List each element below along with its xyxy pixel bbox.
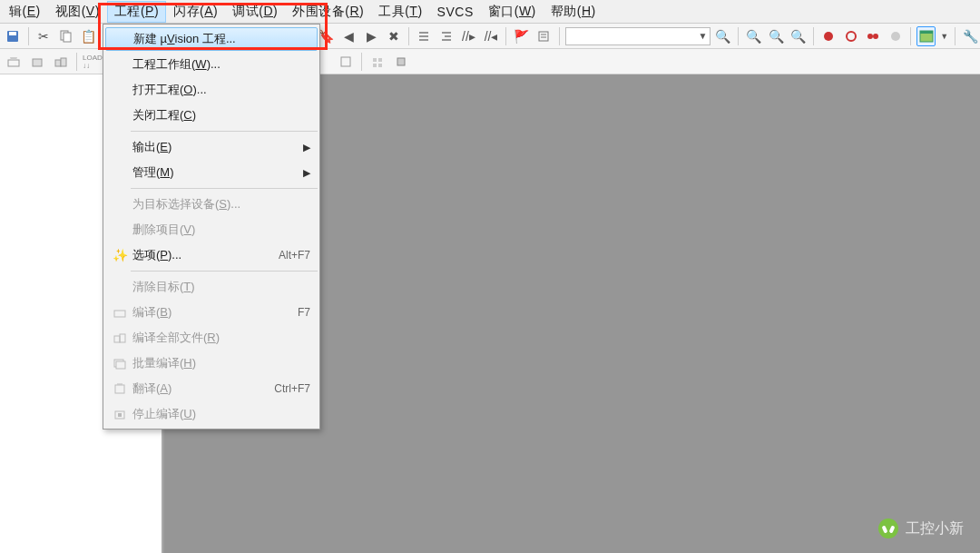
project-window-icon[interactable] xyxy=(916,26,936,46)
menu-svcs[interactable]: SVCS xyxy=(430,2,481,22)
menu-build[interactable]: 编译(B) F7 xyxy=(103,300,319,325)
menu-open-project[interactable]: 打开工程(O)... xyxy=(103,77,319,103)
manage-icon[interactable] xyxy=(368,52,387,72)
config-icon[interactable] xyxy=(534,26,554,46)
svg-rect-15 xyxy=(61,58,66,66)
menu-tools[interactable]: 工具(T) xyxy=(371,1,429,23)
wand-icon: ✨ xyxy=(107,248,132,262)
submenu-arrow-icon: ▶ xyxy=(303,142,310,153)
menu-manage[interactable]: 管理(M) ▶ xyxy=(103,160,319,185)
menu-remove-item[interactable]: 删除项目(V) xyxy=(103,217,319,242)
svg-rect-19 xyxy=(373,64,377,67)
svg-point-9 xyxy=(891,32,900,41)
build-icon[interactable] xyxy=(27,52,47,72)
svg-rect-3 xyxy=(64,33,71,42)
menu-help[interactable]: 帮助(H) xyxy=(544,1,603,23)
menu-clean-target[interactable]: 清除目标(T) xyxy=(103,274,319,300)
menu-debug[interactable]: 调试(D) xyxy=(225,1,285,23)
menu-edit[interactable]: 辑(E) xyxy=(2,1,48,23)
watermark-text: 工控小新 xyxy=(906,519,964,538)
stop-icon xyxy=(107,408,132,420)
wechat-icon xyxy=(878,518,898,538)
menu-window[interactable]: 窗口(W) xyxy=(481,1,544,23)
chevron-down-icon: ▼ xyxy=(699,31,708,41)
indent-left-icon[interactable] xyxy=(415,26,434,46)
menu-new-uvision-project[interactable]: 新建 µVision 工程... xyxy=(105,27,318,51)
breakpoint-icon[interactable] xyxy=(842,26,861,46)
menu-separator xyxy=(131,271,318,272)
load-icon[interactable]: LOAD↓↓ xyxy=(83,52,103,72)
menu-rebuild-all[interactable]: 编译全部文件(R) xyxy=(103,325,319,351)
svg-rect-21 xyxy=(397,58,405,65)
menu-batch-build[interactable]: 批量编译(H) xyxy=(103,351,319,376)
bookmark-clear-icon[interactable]: ✖ xyxy=(384,26,403,46)
zoom-in-icon[interactable]: 🔍 xyxy=(744,26,763,46)
components-icon[interactable] xyxy=(391,52,411,72)
breakpoints-icon[interactable] xyxy=(864,26,883,46)
comment-icon[interactable]: //▸ xyxy=(459,26,478,46)
wrench-icon[interactable]: 🔧 xyxy=(961,26,980,46)
find-icon[interactable]: 🚩 xyxy=(512,26,531,46)
zoom-reset-icon[interactable]: 🔍 xyxy=(789,26,808,46)
menu-view[interactable]: 视图(V) xyxy=(48,1,107,23)
copy-icon[interactable] xyxy=(56,26,75,46)
save-icon[interactable] xyxy=(4,26,23,46)
translate-icon xyxy=(107,382,132,395)
build-icon xyxy=(107,306,132,319)
separator xyxy=(813,27,814,45)
debug-icon[interactable] xyxy=(819,26,838,46)
indent-right-icon[interactable] xyxy=(437,26,456,46)
menu-project-workspace[interactable]: 工程工作组(W)... xyxy=(103,52,319,77)
menu-select-device[interactable]: 为目标选择设备(S)... xyxy=(103,192,319,217)
menu-separator xyxy=(131,188,318,189)
chevron-down-icon[interactable]: ▼ xyxy=(939,26,949,46)
batch-icon xyxy=(107,357,132,370)
svg-rect-23 xyxy=(114,336,120,342)
zoom-out-icon[interactable]: 🔍 xyxy=(767,26,786,46)
svg-rect-13 xyxy=(33,59,42,66)
project-menu-dropdown: 新建 µVision 工程... 工程工作组(W)... 打开工程(O)... … xyxy=(103,24,320,430)
svg-rect-12 xyxy=(8,60,19,66)
watermark: 工控小新 xyxy=(878,518,964,538)
separator xyxy=(955,27,956,45)
svg-rect-27 xyxy=(115,385,124,393)
menu-flash[interactable]: 闪存(A) xyxy=(166,1,225,23)
svg-rect-26 xyxy=(116,361,125,369)
target-options-icon[interactable] xyxy=(336,52,356,72)
svg-point-7 xyxy=(867,34,873,39)
search-icon[interactable]: 🔍 xyxy=(714,26,733,46)
uncomment-icon[interactable]: //◂ xyxy=(482,26,501,46)
translate-icon[interactable] xyxy=(4,52,24,72)
svg-rect-29 xyxy=(118,413,122,417)
svg-point-8 xyxy=(873,34,878,39)
menu-options[interactable]: ✨ 选项(P)... Alt+F7 xyxy=(103,242,319,268)
separator xyxy=(76,53,77,71)
bookmark-prev-icon[interactable]: ◀ xyxy=(339,26,358,46)
svg-rect-11 xyxy=(920,31,933,34)
menu-translate[interactable]: 翻译(A) Ctrl+F7 xyxy=(103,376,319,401)
disable-bp-icon[interactable] xyxy=(887,26,906,46)
menu-export[interactable]: 输出(E) ▶ xyxy=(103,134,319,160)
svg-point-6 xyxy=(847,32,856,41)
svg-point-5 xyxy=(824,32,833,41)
menu-stop-build[interactable]: 停止编译(U) xyxy=(103,401,319,427)
separator xyxy=(505,27,506,45)
svg-rect-22 xyxy=(114,311,125,317)
separator xyxy=(910,27,911,45)
svg-rect-24 xyxy=(120,334,125,342)
svg-rect-17 xyxy=(373,58,377,62)
menu-close-project[interactable]: 关闭工程(C) xyxy=(103,103,319,128)
svg-rect-4 xyxy=(539,32,548,41)
separator xyxy=(738,27,739,45)
cut-icon[interactable]: ✂ xyxy=(34,26,54,46)
separator xyxy=(28,27,29,45)
rebuild-icon[interactable] xyxy=(51,52,71,72)
separator xyxy=(361,53,362,71)
paste-icon[interactable]: 📋 xyxy=(79,26,98,46)
submenu-arrow-icon: ▶ xyxy=(303,167,310,179)
menu-project[interactable]: 工程(P) xyxy=(107,1,166,23)
bookmark-next-icon[interactable]: ▶ xyxy=(362,26,381,46)
search-combo[interactable]: ▼ xyxy=(565,27,710,45)
svg-rect-18 xyxy=(378,58,382,62)
menu-peripherals[interactable]: 外围设备(R) xyxy=(285,1,371,23)
